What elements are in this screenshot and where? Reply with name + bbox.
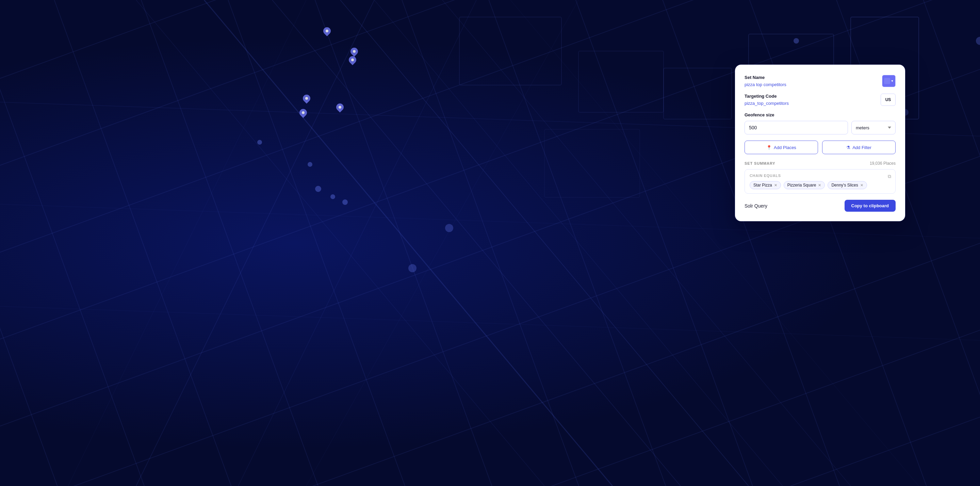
svg-line-9 (306, 0, 579, 486)
map-dot-5 (342, 199, 348, 205)
targeting-code-value[interactable]: pizza_top_competitors (745, 101, 789, 106)
map-dot-3 (315, 186, 321, 192)
filter-box: ⧉ CHAIN EQUALS Star Pizza ✕ Pizzeria Squ… (745, 169, 896, 194)
svg-line-13 (0, 306, 980, 340)
map-pin-4 (303, 95, 310, 102)
svg-line-7 (136, 0, 374, 486)
map-dot-1 (257, 140, 262, 145)
tag-label-star-pizza: Star Pizza (753, 183, 772, 188)
filter-icon: ⚗ (846, 145, 850, 150)
copy-clipboard-button[interactable]: Copy to clipboard (845, 200, 896, 212)
svg-rect-17 (663, 68, 732, 119)
geofence-size-label: Geofence size (745, 112, 896, 118)
map-pin-3 (349, 56, 356, 64)
chevron-down-icon: ▼ (891, 79, 894, 83)
map-pin-2 (350, 48, 358, 55)
set-name-label: Set Name (745, 75, 878, 80)
map-pin-6 (299, 109, 307, 116)
map-dot-2 (308, 162, 312, 167)
country-button[interactable]: US (881, 94, 896, 106)
tags-container: Star Pizza ✕ Pizzeria Square ✕ Denny's S… (749, 181, 891, 189)
set-summary-label: SET SUMMARY (745, 161, 775, 166)
map-dot-4 (331, 194, 335, 199)
svg-line-8 (238, 0, 476, 486)
map-pin-1 (323, 27, 331, 35)
geofence-unit-select[interactable]: meters feet miles kilometers (851, 121, 896, 134)
map-pin-5 (336, 104, 344, 111)
svg-point-21 (794, 38, 799, 43)
targeting-code-section: Targeting Code pizza_top_competitors US (745, 94, 896, 106)
tag-star-pizza: Star Pizza ✕ (749, 181, 781, 189)
svg-rect-16 (544, 129, 640, 198)
targeting-code-label: Targeting Code (745, 94, 877, 99)
color-swatch (884, 78, 890, 84)
tag-label-dennys-slices: Denny's Slices (831, 183, 858, 188)
svg-line-2 (340, 0, 749, 486)
svg-line-0 (204, 0, 612, 486)
set-name-field: Set Name pizza top competitors (745, 75, 878, 88)
bottom-row: Solr Query Copy to clipboard (745, 200, 896, 212)
copy-filter-button[interactable]: ⧉ (887, 173, 892, 180)
remove-pizzeria-square-button[interactable]: ✕ (818, 183, 821, 187)
tag-pizzeria-square: Pizzeria Square ✕ (784, 181, 825, 189)
svg-rect-14 (460, 17, 562, 85)
svg-point-22 (976, 37, 980, 45)
svg-rect-15 (579, 51, 663, 112)
set-summary-section: SET SUMMARY 19,036 Places ⧉ CHAIN EQUALS… (745, 161, 896, 194)
color-picker-button[interactable]: ▼ (882, 75, 896, 87)
settings-panel: Set Name pizza top competitors ▼ Targeti… (735, 65, 905, 221)
geofence-size-input[interactable] (745, 121, 848, 134)
svg-point-24 (445, 224, 453, 232)
add-places-button[interactable]: 📍 Add Places (745, 140, 818, 154)
tag-label-pizzeria-square: Pizzeria Square (788, 183, 816, 188)
svg-line-10 (68, 0, 306, 486)
tag-dennys-slices: Denny's Slices ✕ (827, 181, 867, 189)
solr-query-label: Solr Query (745, 203, 767, 209)
geofence-section: Geofence size meters feet miles kilomete… (745, 112, 896, 134)
add-places-label: Add Places (774, 145, 796, 150)
svg-point-25 (408, 264, 417, 272)
add-filter-label: Add Filter (853, 145, 872, 150)
set-name-value[interactable]: pizza top competitors (745, 82, 786, 87)
add-filter-button[interactable]: ⚗ Add Filter (822, 140, 896, 154)
places-count: 19,036 Places (870, 161, 896, 166)
action-buttons-row: 📍 Add Places ⚗ Add Filter (745, 140, 896, 154)
svg-line-1 (272, 0, 681, 486)
svg-line-6 (136, 0, 544, 486)
location-pin-icon: 📍 (766, 145, 772, 150)
set-name-section: Set Name pizza top competitors ▼ (745, 75, 896, 88)
targeting-code-field: Targeting Code pizza_top_competitors (745, 94, 877, 106)
remove-star-pizza-button[interactable]: ✕ (774, 183, 777, 187)
remove-dennys-slices-button[interactable]: ✕ (860, 183, 863, 187)
chain-equals-label: CHAIN EQUALS (749, 174, 891, 178)
